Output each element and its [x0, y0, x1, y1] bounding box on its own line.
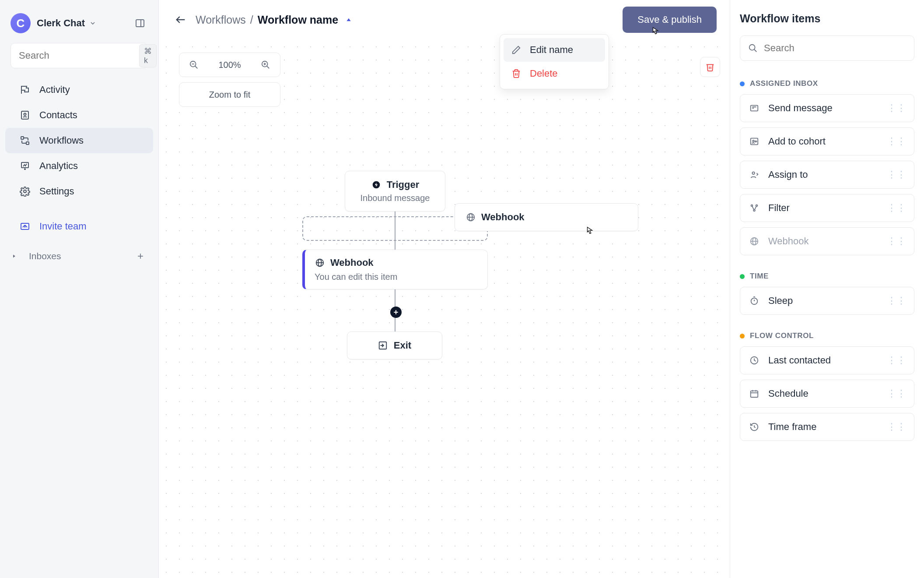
globe-icon: [748, 235, 760, 247]
invite-team[interactable]: Invite team: [5, 214, 153, 239]
grip-icon: ⋮⋮: [887, 202, 906, 214]
cohort-icon: [748, 135, 760, 148]
message-icon: [748, 102, 760, 114]
menu-edit-name[interactable]: Edit name: [504, 38, 605, 62]
wf-item-assign-to[interactable]: Assign to ⋮⋮: [740, 161, 914, 189]
wf-item-label: Send message: [768, 102, 833, 114]
left-sidebar: C Clerk Chat ⌘ k Activity Contacts Workf…: [0, 0, 159, 578]
caret-right-icon[interactable]: [11, 254, 21, 259]
svg-point-38: [756, 205, 758, 207]
panel-search[interactable]: [740, 35, 914, 61]
nav-activity[interactable]: Activity: [5, 77, 153, 102]
wf-item-webhook[interactable]: Webhook ⋮⋮: [740, 227, 914, 255]
svg-rect-47: [751, 391, 758, 398]
workflow-name-menu: Edit name Delete: [500, 34, 609, 89]
caret-up-icon[interactable]: [345, 16, 352, 23]
trigger-node[interactable]: Trigger Inbound message: [345, 171, 445, 211]
category-dot-icon: [740, 81, 745, 86]
svg-point-39: [753, 210, 755, 211]
breadcrumb-workflows[interactable]: Workflows: [196, 14, 246, 26]
svg-line-18: [267, 66, 270, 69]
node-subtitle: You can edit this item: [315, 272, 397, 282]
sidebar-search[interactable]: ⌘ k: [10, 43, 148, 68]
stopwatch-icon: [748, 295, 760, 307]
wf-item-send-message[interactable]: Send message ⋮⋮: [740, 94, 914, 122]
menu-delete[interactable]: Delete: [504, 62, 605, 85]
clock-icon: [748, 354, 760, 367]
inboxes-label: Inboxes: [29, 251, 61, 261]
zoom-in-icon[interactable]: [259, 58, 272, 71]
grip-icon: ⋮⋮: [887, 388, 906, 399]
add-step-icon[interactable]: [390, 307, 402, 318]
node-title: Trigger: [387, 179, 420, 190]
wf-item-add-cohort[interactable]: Add to cohort ⋮⋮: [740, 127, 914, 155]
nav-label: Analytics: [39, 160, 78, 172]
nav-label: Settings: [39, 186, 74, 197]
grip-icon: ⋮⋮: [887, 102, 906, 114]
wf-item-label: Last contacted: [768, 355, 831, 366]
exit-icon: [378, 341, 388, 350]
zoom-to-fit-button[interactable]: Zoom to fit: [179, 82, 280, 107]
back-arrow-icon[interactable]: [172, 11, 189, 28]
nav-settings[interactable]: Settings: [5, 179, 153, 204]
sidebar-search-input[interactable]: [19, 50, 139, 61]
inboxes-section[interactable]: Inboxes: [0, 243, 158, 269]
category-label: FLOW CONTROL: [750, 331, 814, 340]
node-title: Exit: [394, 340, 411, 351]
nav-contacts[interactable]: Contacts: [5, 102, 153, 128]
wf-item-time-frame[interactable]: Time frame ⋮⋮: [740, 413, 914, 441]
wf-item-label: Sleep: [768, 295, 793, 307]
nav-analytics[interactable]: Analytics: [5, 153, 153, 179]
history-icon: [748, 421, 760, 433]
wf-item-sleep[interactable]: Sleep ⋮⋮: [740, 287, 914, 315]
zoom-out-icon[interactable]: [187, 58, 200, 71]
svg-rect-5: [26, 142, 29, 144]
exit-node[interactable]: Exit: [347, 331, 442, 359]
webhook-step[interactable]: Webhook You can edit this item: [302, 250, 488, 289]
nav-workflows[interactable]: Workflows: [5, 128, 153, 153]
pencil-icon: [511, 44, 522, 56]
grip-icon: ⋮⋮: [887, 295, 906, 307]
workflow-canvas[interactable]: Workflows / Workflow name Save & publish…: [159, 0, 730, 578]
contacts-icon: [19, 109, 31, 121]
category-assigned-inbox: ASSIGNED INBOX: [740, 79, 914, 88]
svg-line-32: [754, 49, 757, 52]
search-icon: [748, 43, 758, 53]
dragging-item[interactable]: Webhook: [455, 203, 638, 231]
svg-marker-13: [346, 18, 350, 21]
wf-item-label: Assign to: [768, 169, 808, 180]
svg-rect-4: [21, 137, 24, 139]
wf-item-filter[interactable]: Filter ⋮⋮: [740, 194, 914, 222]
node-subtitle: Inbound message: [360, 193, 430, 203]
zoom-fit-label: Zoom to fit: [209, 90, 250, 100]
zoom-row: 100%: [179, 53, 280, 77]
menu-label: Edit name: [530, 44, 573, 56]
wf-item-schedule[interactable]: Schedule ⋮⋮: [740, 380, 914, 408]
svg-point-37: [751, 205, 753, 207]
canvas-toolbar: Workflows / Workflow name Save & publish: [159, 0, 730, 39]
wf-item-last-contacted[interactable]: Last contacted ⋮⋮: [740, 346, 914, 374]
grip-icon: ⋮⋮: [887, 136, 906, 147]
wf-item-label: Schedule: [768, 388, 808, 399]
user-icon: [748, 169, 760, 181]
delete-step-button[interactable]: [700, 57, 720, 77]
workflow-items-panel: Workflow items ASSIGNED INBOX Send messa…: [730, 0, 924, 578]
invite-icon: [19, 221, 31, 232]
analytics-icon: [19, 160, 31, 172]
category-flow-control: FLOW CONTROL: [740, 331, 914, 340]
save-publish-button[interactable]: Save & publish: [623, 7, 717, 33]
chevron-down-icon[interactable]: [89, 20, 96, 27]
panel-search-input[interactable]: [764, 42, 906, 54]
brand-header[interactable]: C Clerk Chat: [0, 8, 158, 43]
trash-icon: [511, 68, 522, 79]
wf-item-label: Add to cohort: [768, 136, 826, 147]
grip-icon: ⋮⋮: [887, 355, 906, 366]
breadcrumb-current: Workflow name: [258, 14, 338, 26]
collapse-sidebar-icon[interactable]: [132, 15, 148, 31]
add-inbox-icon[interactable]: [134, 250, 147, 263]
wf-item-label: Webhook: [768, 236, 809, 247]
wf-item-label: Filter: [768, 202, 790, 214]
calendar-icon: [748, 388, 760, 400]
svg-point-36: [752, 172, 755, 175]
search-shortcut: ⌘ k: [139, 44, 157, 67]
